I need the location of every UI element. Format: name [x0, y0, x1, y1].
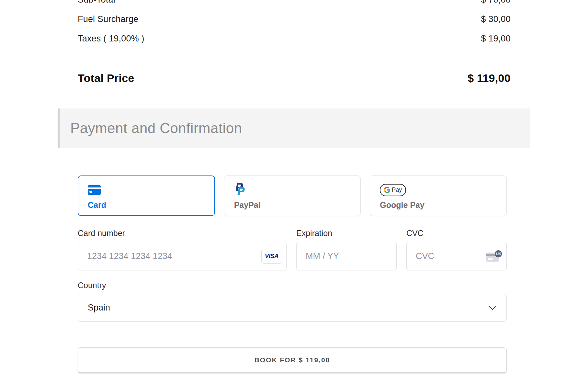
summary-row-subtotal: Sub-Total $ 70,00	[78, 0, 511, 5]
country-label: Country	[78, 281, 507, 290]
gpay-pill: Pay	[380, 184, 406, 196]
card-number-wrap: VISA	[78, 242, 287, 270]
summary-row-value: $ 30,00	[481, 14, 511, 24]
cvc-label: CVC	[406, 229, 507, 238]
payment-tab-card[interactable]: Card	[78, 175, 215, 216]
payment-area: Card PayPal	[78, 175, 507, 373]
google-pay-icon: Pay	[380, 182, 506, 198]
payment-tab-paypal[interactable]: PayPal	[224, 175, 361, 216]
country-select[interactable]: Spain	[78, 294, 507, 322]
order-summary: Sub-Total $ 70,00 Fuel Surcharge $ 30,00…	[78, 0, 511, 85]
total-price-value: $ 119,00	[468, 72, 511, 85]
expiration-label: Expiration	[296, 229, 397, 238]
expiration-wrap	[296, 242, 397, 270]
cvc-badge-number: 135	[496, 252, 501, 256]
section-title: Payment and Confirmation	[70, 120, 242, 136]
total-price-row: Total Price $ 119,00	[78, 72, 511, 85]
payment-tab-googlepay[interactable]: Pay Google Pay	[370, 175, 507, 216]
payment-tab-label: Card	[88, 200, 214, 210]
expiration-field: Expiration	[296, 229, 397, 270]
card-fields-row: Card number VISA Expiration CVC	[78, 229, 507, 270]
book-button[interactable]: BOOK FOR $ 119,00	[78, 347, 507, 373]
card-number-input[interactable]	[78, 242, 287, 270]
summary-row-label: Taxes ( 19,00% )	[78, 34, 144, 44]
country-select-value: Spain	[88, 303, 110, 313]
summary-row-taxes: Taxes ( 19,00% ) $ 19,00	[78, 34, 511, 43]
cvc-wrap: 135	[406, 242, 507, 270]
cvc-card-icon: 135	[486, 250, 502, 262]
chevron-down-icon	[488, 305, 497, 310]
gpay-pill-text: Pay	[392, 186, 402, 193]
expiration-input[interactable]	[296, 242, 397, 270]
visa-badge: VISA	[261, 249, 282, 264]
checkout-page: Sub-Total $ 70,00 Fuel Surcharge $ 30,00…	[0, 0, 588, 384]
cvc-field: CVC 135	[406, 229, 507, 270]
payment-method-tabs: Card PayPal	[78, 175, 507, 216]
summary-row-label: Sub-Total	[78, 0, 115, 5]
card-number-field: Card number VISA	[78, 229, 287, 270]
summary-row-value: $ 19,00	[481, 34, 511, 44]
credit-card-icon	[88, 182, 214, 198]
summary-row-label: Fuel Surcharge	[78, 14, 138, 24]
payment-tab-label: PayPal	[234, 200, 361, 210]
total-price-label: Total Price	[78, 72, 134, 85]
payment-tab-label: Google Pay	[380, 200, 506, 210]
summary-row-fuel-surcharge: Fuel Surcharge $ 30,00	[78, 14, 511, 24]
summary-divider	[78, 58, 511, 58]
paypal-icon	[234, 182, 361, 198]
payment-section-header: Payment and Confirmation	[58, 108, 530, 148]
google-g-icon	[384, 187, 390, 193]
summary-row-value: $ 70,00	[481, 0, 511, 5]
card-number-label: Card number	[78, 229, 287, 238]
